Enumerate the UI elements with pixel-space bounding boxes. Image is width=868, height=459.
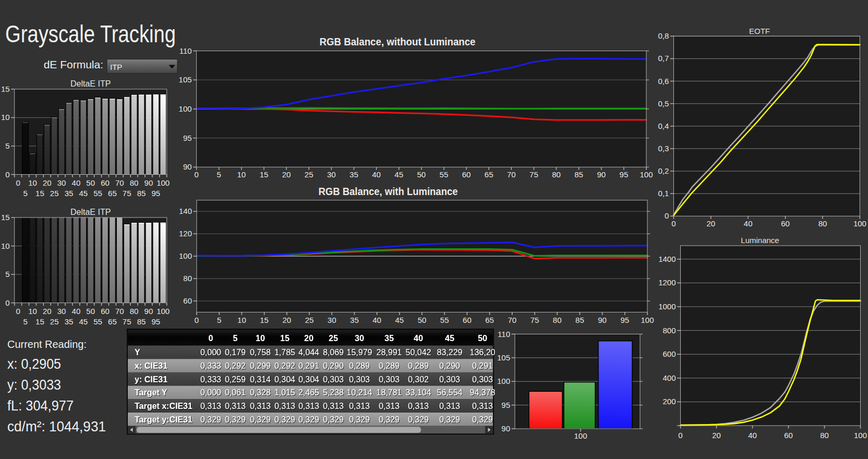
svg-text:25: 25: [305, 170, 314, 179]
svg-text:33,104: 33,104: [406, 388, 431, 397]
svg-text:100: 100: [854, 431, 867, 440]
svg-text:0,329: 0,329: [298, 415, 319, 424]
svg-text:0,292: 0,292: [225, 361, 246, 370]
svg-text:50: 50: [417, 170, 426, 179]
svg-text:30: 30: [355, 334, 364, 343]
svg-text:0,329: 0,329: [379, 415, 400, 424]
svg-text:0,329: 0,329: [323, 415, 344, 424]
svg-text:0: 0: [195, 316, 199, 324]
svg-text:1,015: 1,015: [274, 388, 295, 397]
svg-text:0,313: 0,313: [250, 402, 271, 410]
svg-text:0,1: 0,1: [658, 189, 669, 198]
svg-text:60: 60: [101, 307, 110, 316]
svg-text:x: 0,2905: x: 0,2905: [7, 356, 61, 372]
svg-text:0,290: 0,290: [439, 361, 460, 370]
svg-text:0,303: 0,303: [472, 375, 493, 384]
svg-text:0,000: 0,000: [200, 348, 221, 357]
svg-text:75: 75: [531, 316, 539, 324]
svg-text:0,304: 0,304: [274, 375, 295, 384]
svg-text:140: 140: [179, 207, 192, 215]
svg-text:85: 85: [137, 189, 146, 198]
svg-text:600: 600: [662, 349, 676, 358]
svg-text:60: 60: [101, 178, 110, 187]
svg-text:Current Reading:: Current Reading:: [7, 338, 87, 350]
svg-text:0,313: 0,313: [472, 402, 493, 410]
svg-text:56,554: 56,554: [437, 388, 463, 397]
svg-text:0,314: 0,314: [250, 375, 271, 384]
svg-text:90: 90: [144, 307, 153, 316]
svg-text:85: 85: [574, 170, 583, 179]
svg-text:5,238: 5,238: [323, 388, 344, 397]
svg-text:0,313: 0,313: [200, 402, 221, 410]
svg-text:0,333: 0,333: [200, 361, 221, 370]
svg-text:55: 55: [93, 189, 102, 198]
svg-text:70: 70: [115, 307, 124, 316]
svg-text:400: 400: [662, 373, 676, 382]
svg-text:85: 85: [137, 317, 146, 326]
svg-text:15: 15: [1, 213, 10, 222]
svg-text:0,7: 0,7: [658, 54, 669, 63]
svg-text:50: 50: [478, 334, 487, 343]
svg-text:30: 30: [57, 307, 66, 316]
svg-text:0: 0: [5, 170, 9, 179]
svg-text:80: 80: [553, 316, 562, 324]
svg-text:0,303: 0,303: [349, 375, 370, 384]
svg-text:15: 15: [35, 189, 44, 198]
svg-text:0,329: 0,329: [225, 415, 246, 424]
svg-text:50: 50: [86, 178, 95, 187]
svg-text:0,329: 0,329: [250, 415, 271, 424]
svg-text:0,000: 0,000: [200, 388, 221, 397]
svg-text:70: 70: [508, 316, 516, 324]
svg-text:100: 100: [179, 104, 192, 113]
svg-text:136,20: 136,20: [470, 348, 496, 357]
svg-text:0: 0: [194, 170, 198, 179]
svg-text:100: 100: [641, 316, 654, 324]
svg-text:dE Formula:: dE Formula:: [44, 58, 103, 70]
svg-text:50,042: 50,042: [406, 348, 431, 357]
svg-text:45: 45: [445, 334, 454, 343]
svg-text:110: 110: [498, 330, 510, 339]
svg-text:20: 20: [43, 178, 52, 187]
svg-text:40: 40: [414, 334, 423, 343]
svg-text:5: 5: [23, 317, 27, 326]
svg-text:10: 10: [237, 316, 246, 324]
svg-text:90: 90: [144, 178, 153, 187]
svg-text:80: 80: [183, 274, 192, 283]
svg-text:75: 75: [123, 189, 131, 198]
svg-text:95: 95: [620, 316, 629, 324]
svg-text:105: 105: [497, 353, 510, 362]
svg-text:0,313: 0,313: [408, 402, 429, 410]
svg-text:20: 20: [43, 307, 52, 316]
svg-text:95: 95: [151, 317, 160, 326]
svg-text:0,329: 0,329: [439, 415, 460, 424]
svg-text:75: 75: [529, 170, 538, 179]
svg-text:20: 20: [706, 219, 715, 228]
svg-text:95: 95: [151, 189, 160, 198]
svg-text:45: 45: [394, 170, 403, 179]
svg-text:0: 0: [209, 334, 213, 343]
svg-text:50: 50: [418, 316, 427, 324]
svg-text:100: 100: [853, 219, 866, 228]
svg-text:60: 60: [781, 219, 790, 228]
svg-text:5: 5: [5, 270, 9, 279]
svg-text:Luminance: Luminance: [741, 236, 779, 245]
svg-text:8,069: 8,069: [323, 348, 344, 357]
svg-text:y: CIE31: y: CIE31: [135, 375, 167, 384]
svg-text:40: 40: [744, 219, 753, 228]
svg-text:15: 15: [260, 170, 269, 179]
svg-text:10: 10: [256, 334, 265, 343]
svg-text:x: CIE31: x: CIE31: [135, 361, 167, 370]
svg-text:0,291: 0,291: [298, 361, 319, 370]
svg-text:0,329: 0,329: [274, 415, 295, 424]
svg-text:0,313: 0,313: [349, 402, 370, 410]
svg-text:0,299: 0,299: [250, 361, 271, 370]
svg-text:1200: 1200: [658, 278, 676, 287]
svg-text:Y: Y: [135, 348, 140, 357]
svg-text:45: 45: [79, 317, 88, 326]
svg-text:15: 15: [35, 317, 44, 326]
svg-text:0,061: 0,061: [225, 388, 246, 397]
svg-text:25: 25: [50, 189, 59, 198]
svg-text:65: 65: [108, 317, 117, 326]
svg-text:10: 10: [28, 178, 37, 187]
svg-text:cd/m²: 1044,931: cd/m²: 1044,931: [7, 419, 106, 434]
